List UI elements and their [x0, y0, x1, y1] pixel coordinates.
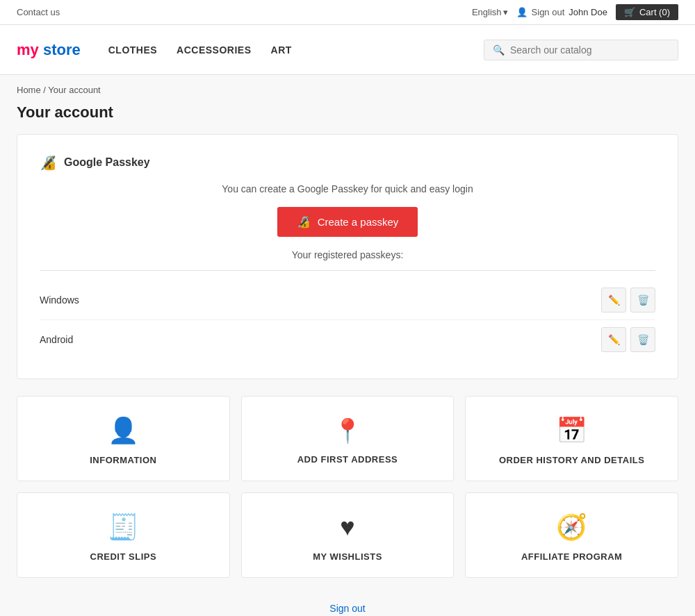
contact-us-area[interactable]: Contact us — [17, 7, 60, 17]
tile-order-history[interactable]: 📅 ORDER HISTORY AND DETAILS — [465, 396, 678, 481]
page-title-section: Your account — [0, 98, 695, 134]
search-bar[interactable]: 🔍 — [484, 40, 678, 60]
passkey-card: 🔏 Google Passkey You can create a Google… — [17, 134, 678, 379]
delete-passkey-android-button[interactable]: 🗑️ — [630, 327, 655, 352]
affiliate-label: AFFILIATE PROGRAM — [521, 551, 622, 562]
create-passkey-button[interactable]: 🔏 Create a passkey — [277, 207, 418, 237]
passkey-description: You can create a Google Passkey for quic… — [40, 183, 655, 194]
sign-out-top-link[interactable]: Sign out — [532, 7, 565, 17]
passkey-actions-windows: ✏️ 🗑️ — [601, 288, 655, 313]
passkey-icon: 🔏 — [40, 154, 57, 171]
information-label: INFORMATION — [90, 455, 156, 465]
passkey-row-windows: Windows ✏️ 🗑️ — [40, 281, 655, 319]
logo[interactable]: my store — [17, 41, 81, 59]
passkey-name-android: Android — [40, 334, 73, 345]
main-nav: CLOTHES ACCESSORIES ART — [108, 44, 292, 56]
breadcrumb-home[interactable]: Home — [17, 85, 41, 95]
user-section: 👤 Sign out John Doe — [516, 7, 607, 17]
breadcrumb: Home / Your account — [0, 75, 695, 98]
language-selector[interactable]: English — [472, 7, 508, 17]
registered-passkeys-label: Your registered passkeys: — [40, 249, 655, 260]
header: my store CLOTHES ACCESSORIES ART 🔍 — [0, 25, 695, 75]
nav-art[interactable]: ART — [271, 44, 292, 56]
main-content: 🔏 Google Passkey You can create a Google… — [0, 134, 695, 616]
order-history-icon: 📅 — [556, 416, 587, 445]
nav-accessories[interactable]: ACCESSORIES — [177, 44, 251, 56]
passkey-name-windows: Windows — [40, 294, 79, 306]
passkey-btn-icon: 🔏 — [297, 215, 311, 228]
person-icon: 👤 — [516, 7, 528, 17]
search-input[interactable] — [510, 44, 669, 56]
affiliate-icon: 🧭 — [556, 513, 587, 542]
breadcrumb-current: Your account — [48, 85, 100, 95]
search-icon: 🔍 — [493, 44, 505, 56]
add-address-label: ADD FIRST ADDRESS — [297, 454, 398, 465]
credit-slips-label: CREDIT SLIPS — [90, 551, 157, 562]
username-label: John Doe — [569, 7, 607, 17]
edit-passkey-android-button[interactable]: ✏️ — [601, 327, 626, 352]
passkey-row-android: Android ✏️ 🗑️ — [40, 319, 655, 359]
passkey-title: Google Passkey — [64, 156, 150, 169]
sign-out-section: Sign out — [17, 589, 678, 616]
passkey-divider — [40, 270, 655, 271]
add-address-icon: 📍 — [333, 417, 362, 444]
tile-affiliate-program[interactable]: 🧭 AFFILIATE PROGRAM — [465, 492, 678, 578]
wishlist-label: MY WISHLISTS — [313, 551, 382, 562]
order-history-label: ORDER HISTORY AND DETAILS — [499, 455, 644, 465]
cart-button[interactable]: 🛒 Cart (0) — [616, 4, 678, 20]
top-bar: Contact us English 👤 Sign out John Doe 🛒… — [0, 0, 695, 25]
edit-passkey-windows-button[interactable]: ✏️ — [601, 288, 626, 313]
nav-clothes[interactable]: CLOTHES — [108, 44, 157, 56]
contact-us-link[interactable]: Contact us — [17, 7, 60, 17]
page-title: Your account — [17, 103, 678, 122]
passkey-actions-android: ✏️ 🗑️ — [601, 327, 655, 352]
chevron-down-icon — [503, 7, 508, 17]
cart-icon: 🛒 — [624, 7, 635, 17]
information-icon: 👤 — [108, 416, 139, 445]
sign-out-bottom-link[interactable]: Sign out — [329, 603, 365, 614]
top-bar-right: English 👤 Sign out John Doe 🛒 Cart (0) — [472, 4, 678, 20]
logo-my: my — [17, 41, 39, 58]
wishlist-icon: ♥ — [340, 513, 354, 542]
tile-information[interactable]: 👤 INFORMATION — [17, 396, 230, 481]
passkey-header: 🔏 Google Passkey — [40, 154, 655, 171]
tile-credit-slips[interactable]: 🧾 CREDIT SLIPS — [17, 492, 230, 578]
tile-add-first-address[interactable]: 📍 ADD FIRST ADDRESS — [241, 396, 455, 481]
delete-passkey-windows-button[interactable]: 🗑️ — [630, 288, 655, 313]
tile-my-wishlists[interactable]: ♥ MY WISHLISTS — [241, 492, 455, 578]
logo-store: store — [43, 41, 81, 58]
account-tiles-grid: 👤 INFORMATION 📍 ADD FIRST ADDRESS 📅 ORDE… — [17, 396, 678, 578]
credit-slips-icon: 🧾 — [108, 513, 139, 542]
